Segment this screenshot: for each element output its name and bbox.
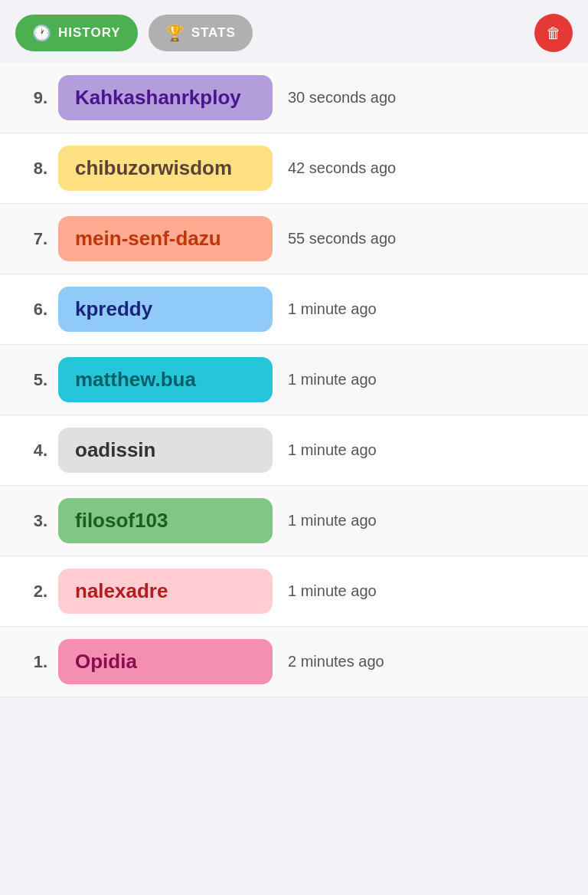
name-badge: Kahkashanrkploy: [58, 75, 273, 120]
time-label: 1 minute ago: [288, 512, 377, 529]
name-badge: oadissin: [58, 428, 273, 473]
list-item[interactable]: 2.nalexadre1 minute ago: [0, 556, 588, 627]
rank-label: 8.: [14, 159, 47, 179]
rank-label: 7.: [14, 229, 47, 249]
list-item[interactable]: 3.filosof1031 minute ago: [0, 486, 588, 556]
list-item[interactable]: 1.Opidia2 minutes ago: [0, 627, 588, 697]
list-item[interactable]: 6.kpreddy1 minute ago: [0, 274, 588, 345]
time-label: 1 minute ago: [288, 582, 377, 600]
list-item[interactable]: 8.chibuzorwisdom42 seconds ago: [0, 133, 588, 204]
trash-icon: 🗑: [546, 25, 561, 42]
rank-label: 4.: [14, 441, 47, 461]
rank-label: 3.: [14, 511, 47, 531]
header: 🕐 HISTORY 🏆 STATS 🗑: [0, 0, 588, 60]
time-label: 30 seconds ago: [288, 89, 396, 107]
name-badge: Opidia: [58, 639, 273, 684]
name-badge: filosof103: [58, 498, 273, 543]
list-item[interactable]: 5.matthew.bua1 minute ago: [0, 345, 588, 415]
list-item[interactable]: 4.oadissin1 minute ago: [0, 415, 588, 486]
name-badge: chibuzorwisdom: [58, 146, 273, 191]
time-label: 2 minutes ago: [288, 653, 384, 670]
name-badge: mein-senf-dazu: [58, 216, 273, 261]
history-label: HISTORY: [58, 25, 121, 41]
history-button[interactable]: 🕐 HISTORY: [15, 15, 138, 51]
time-label: 1 minute ago: [288, 441, 377, 459]
stats-label: STATS: [191, 25, 236, 41]
stats-button[interactable]: 🏆 STATS: [149, 15, 253, 51]
rank-label: 1.: [14, 652, 47, 672]
rank-label: 6.: [14, 300, 47, 320]
rank-label: 2.: [14, 582, 47, 602]
list-item[interactable]: 7.mein-senf-dazu55 seconds ago: [0, 204, 588, 274]
name-badge: kpreddy: [58, 287, 273, 332]
trophy-icon: 🏆: [165, 24, 185, 42]
rank-label: 9.: [14, 88, 47, 108]
delete-button[interactable]: 🗑: [534, 14, 573, 52]
time-label: 55 seconds ago: [288, 230, 396, 248]
list-item[interactable]: 9.Kahkashanrkploy30 seconds ago: [0, 63, 588, 133]
time-label: 1 minute ago: [288, 371, 377, 388]
time-label: 1 minute ago: [288, 300, 377, 318]
name-badge: nalexadre: [58, 569, 273, 614]
clock-icon: 🕐: [32, 24, 52, 42]
time-label: 42 seconds ago: [288, 159, 396, 177]
history-list: 9.Kahkashanrkploy30 seconds ago8.chibuzo…: [0, 63, 588, 697]
rank-label: 5.: [14, 370, 47, 390]
name-badge: matthew.bua: [58, 357, 273, 402]
